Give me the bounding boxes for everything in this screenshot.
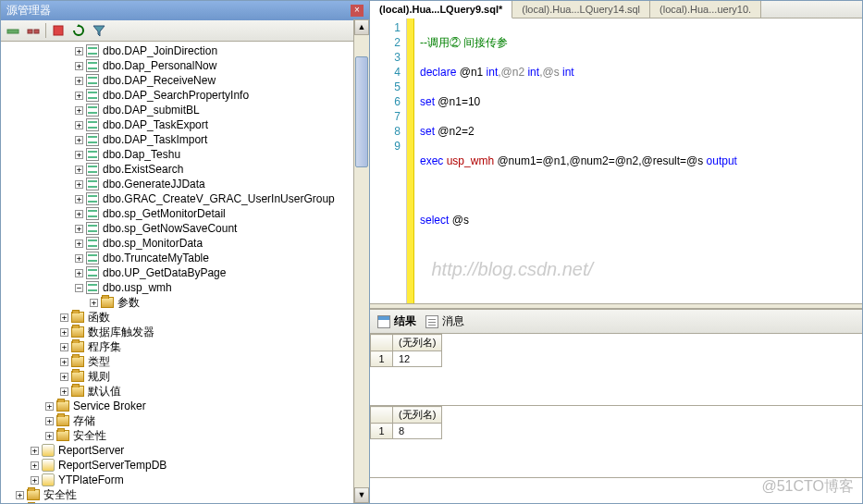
vertical-scrollbar[interactable]: ▲ ▼ [353,19,369,503]
tree-folder[interactable]: +安全性 [1,428,369,443]
stop-icon[interactable] [50,22,67,39]
tree-procedure[interactable]: +dbo.TruncateMyTable [1,251,369,265]
tree-procedure[interactable]: +dbo.DAP_SearchPropertyInfo [1,88,369,103]
tree-item-label: dbo.TruncateMyTable [103,252,209,264]
filter-icon[interactable] [91,22,107,39]
tree-folder[interactable]: +函数 [1,310,369,325]
tree-procedure[interactable]: +dbo.DAP_TaskExport [1,117,369,132]
expand-icon[interactable]: + [75,47,83,55]
tree-folder[interactable]: +数据库触发器 [1,325,369,339]
tree-folder[interactable]: +服务器对象 [1,502,369,503]
cell-value[interactable]: 8 [393,424,442,439]
expand-icon[interactable]: + [75,210,83,218]
tree-procedure[interactable]: +dbo.Dap_PersonalNow [1,58,369,73]
tree-procedure[interactable]: −dbo.usp_wmh [1,280,369,295]
close-icon[interactable]: × [351,5,364,17]
tree-folder[interactable]: +类型 [1,354,369,369]
tab-results[interactable]: 结果 [377,313,416,329]
expand-icon[interactable]: + [60,313,68,322]
tree-item-label: dbo.sp_GetMonitorDetail [103,207,226,220]
expand-icon[interactable]: + [31,447,39,455]
expand-icon[interactable]: + [45,417,54,425]
expand-icon[interactable]: + [60,328,68,337]
expand-icon[interactable]: + [31,461,39,470]
line-number: 4 [372,65,401,80]
tree-database[interactable]: +ReportServerTempDB [1,458,369,473]
tree-procedure[interactable]: +dbo.DAP_JoinDirection [1,43,369,58]
expand-icon[interactable]: + [60,343,68,351]
expand-icon[interactable]: + [75,136,83,144]
scroll-thumb[interactable] [355,56,368,167]
tree-procedure[interactable]: +dbo.ExistSearch [1,162,369,177]
expand-icon[interactable]: + [90,299,98,307]
tree-folder-params[interactable]: +参数 [1,295,369,310]
expand-icon[interactable]: + [75,195,83,203]
tab-query9[interactable]: (local).Hua...LQuery9.sql* [370,1,512,18]
cell-value[interactable]: 12 [393,351,442,367]
sql-editor[interactable]: 123456789 --调用② 间接传参 declare @n1 int,@n2… [370,18,862,303]
expand-icon[interactable]: + [75,166,83,174]
tree-procedure[interactable]: +dbo.Dap_Teshu [1,147,369,162]
tree-database[interactable]: +ReportServer [1,443,369,458]
expand-icon[interactable]: + [75,225,83,233]
tree-folder[interactable]: +规则 [1,369,369,384]
expand-icon[interactable]: + [75,151,83,159]
tree-item-label: dbo.Dap_Teshu [103,148,180,161]
folder-icon [101,297,114,308]
tree-folder[interactable]: +Service Broker [1,399,369,413]
scroll-down-icon[interactable]: ▼ [354,487,369,503]
tree-procedure[interactable]: +dbo.UP_GetDataByPage [1,265,369,280]
expand-icon[interactable]: + [60,387,68,396]
expand-icon[interactable]: − [75,284,83,292]
code-area[interactable]: --调用② 间接传参 declare @n1 int,@n2 int,@s in… [414,18,862,303]
tree-procedure[interactable]: +dbo.DAP_ReceiveNew [1,73,369,88]
expand-icon[interactable]: + [75,77,83,85]
expand-icon[interactable]: + [75,121,83,129]
result-grid-2[interactable]: (无列名) 18 [370,406,862,478]
tree-item-label: 安全性 [43,487,77,503]
tree-folder[interactable]: +安全性 [1,487,369,502]
object-tree[interactable]: +dbo.DAP_JoinDirection+dbo.Dap_PersonalN… [1,42,369,503]
expand-icon[interactable]: + [60,373,68,381]
tree-procedure[interactable]: +dbo.GenerateJJData [1,177,369,191]
expand-icon[interactable]: + [75,254,83,263]
expand-icon[interactable]: + [75,62,83,70]
tree-procedure[interactable]: +dbo.GRAC_CreateV_GRAC_UserInUserGroup [1,191,369,206]
row-number[interactable]: 1 [371,424,393,439]
tab-query10[interactable]: (local).Hua...uery10. [650,1,761,18]
grid-corner[interactable] [371,335,393,351]
tree-folder[interactable]: +默认值 [1,384,369,399]
refresh-icon[interactable] [70,22,87,39]
column-header[interactable]: (无列名) [393,407,442,424]
scroll-up-icon[interactable]: ▲ [354,19,369,35]
result-grid-1[interactable]: (无列名) 112 [370,334,862,406]
grid-corner[interactable] [371,407,393,424]
tree-item-label: dbo.ExistSearch [103,163,183,176]
expand-icon[interactable]: + [75,92,83,100]
tree-procedure[interactable]: +dbo.sp_GetNowSaveCount [1,221,369,236]
expand-icon[interactable]: + [16,491,24,499]
tree-procedure[interactable]: +dbo.sp_MonitorData [1,236,369,251]
tree-folder[interactable]: +程序集 [1,339,369,354]
expand-icon[interactable]: + [75,240,83,248]
tab-messages[interactable]: 消息 [425,313,464,329]
tree-procedure[interactable]: +dbo.sp_GetMonitorDetail [1,206,369,221]
tree-procedure[interactable]: +dbo.DAP_TaskImport [1,132,369,147]
tree-procedure[interactable]: +dbo.DAP_submitBL [1,103,369,117]
tree-folder[interactable]: +存储 [1,413,369,428]
tree-database[interactable]: +YTPlateForm [1,473,369,487]
svg-rect-2 [34,30,39,33]
expand-icon[interactable]: + [75,269,83,277]
expand-icon[interactable]: + [75,106,83,115]
expand-icon[interactable]: + [31,476,39,485]
row-number[interactable]: 1 [371,351,393,367]
expand-icon[interactable]: + [45,432,54,440]
disconnect-icon[interactable] [25,22,42,39]
expand-icon[interactable]: + [75,180,83,189]
tab-query14[interactable]: (local).Hua...LQuery14.sql [512,1,650,18]
column-header[interactable]: (无列名) [393,335,442,351]
expand-icon[interactable]: + [60,358,68,366]
expand-icon[interactable]: + [45,402,54,411]
pane-title: 源管理器 [6,3,51,18]
connect-icon[interactable] [5,22,21,39]
